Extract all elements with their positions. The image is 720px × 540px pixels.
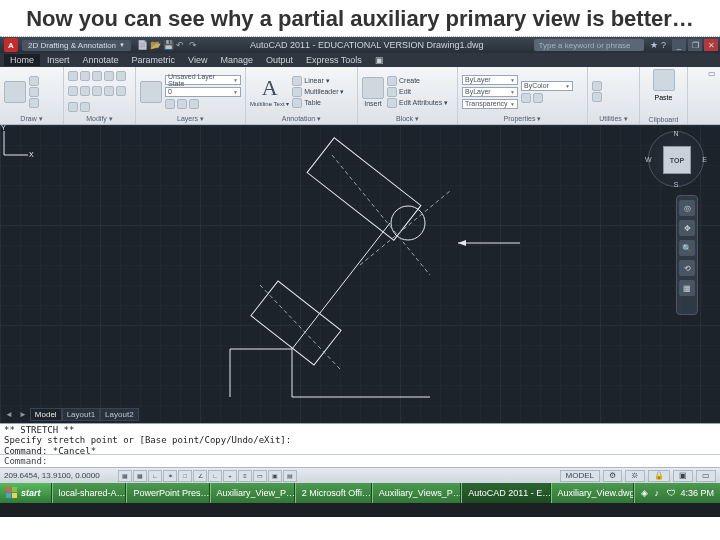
tray-shield-icon[interactable]: 🛡 [667,488,677,498]
open-icon[interactable]: 📂 [150,40,160,50]
tray-volume-icon[interactable]: ♪ [654,488,664,498]
tab-home[interactable]: Home [4,54,40,66]
showmotion-icon[interactable]: ▦ [679,280,695,296]
lwt-toggle[interactable]: ≡ [238,470,252,482]
zoom-extents-icon[interactable]: 🔍 [679,240,695,256]
undo-icon[interactable]: ↶ [176,40,186,50]
tab-layout2[interactable]: Layout2 [100,408,138,421]
coordinates-readout[interactable]: 209.6454, 13.9100, 0.0000 [4,471,114,480]
stretch-icon[interactable] [92,71,102,81]
edit-attributes-button[interactable]: Edit Attributes ▾ [387,98,448,108]
drawing-canvas[interactable]: TOP N S E W ◎ ✥ 🔍 ⟲ ▦ Y X ◄ [0,125,720,423]
edit-block-button[interactable]: Edit [387,87,448,97]
taskbar-task[interactable]: PowerPoint Pres… [126,483,209,503]
dyn-toggle[interactable]: + [223,470,237,482]
tab-manage[interactable]: Manage [214,54,259,66]
tab-next-button[interactable]: ► [16,409,30,420]
tpy-toggle[interactable]: ▭ [253,470,267,482]
layer-properties-icon[interactable] [140,81,162,103]
new-icon[interactable]: 📄 [137,40,147,50]
list-icon[interactable] [521,93,531,103]
arc-tool-icon[interactable] [29,76,39,86]
array-icon[interactable] [116,86,126,96]
taskbar-task[interactable]: AutoCAD 2011 - E… [461,483,550,503]
annotation-scale-button[interactable]: ⚙ [603,470,622,482]
taskbar-task[interactable]: Auxiliary_Views_P… [372,483,461,503]
qp-toggle[interactable]: ▣ [268,470,282,482]
layer-state-combo[interactable]: Unsaved Layer State▼ [165,75,241,85]
linear-dim-button[interactable]: Linear ▾ [292,76,344,86]
tab-insert[interactable]: Insert [41,54,76,66]
pan-icon[interactable]: ✥ [679,220,695,236]
multileader-button[interactable]: Multileader ▾ [292,87,344,97]
select-all-icon[interactable] [592,92,602,102]
toolbar-lock-button[interactable]: 🔒 [648,470,670,482]
tab-prev-button[interactable]: ◄ [2,409,16,420]
circle-tool-icon[interactable] [29,87,39,97]
match-props-icon[interactable] [533,93,543,103]
otrack-toggle[interactable]: ∠ [193,470,207,482]
full-nav-wheel-icon[interactable]: ◎ [679,200,695,216]
taskbar-clock[interactable]: 4:36 PM [680,488,714,498]
model-space-button[interactable]: MODEL [560,470,600,482]
maximize-button[interactable]: ❐ [688,39,702,51]
explode-icon[interactable] [80,102,90,112]
app-logo[interactable]: A [4,38,18,52]
rectangle-tool-icon[interactable] [29,98,39,108]
command-line[interactable]: Command: [0,454,720,467]
lineweight-combo[interactable]: ByColor▼ [521,81,573,91]
layer-freeze-icon[interactable] [165,99,175,109]
ribbon-minimize-button[interactable]: ▭ [704,67,720,124]
copy-icon[interactable] [80,71,90,81]
workspace-button[interactable]: ⛭ [625,470,645,482]
command-input[interactable] [49,456,716,466]
tab-extra[interactable]: ▣ [369,54,390,66]
ortho-toggle[interactable]: ∟ [148,470,162,482]
table-button[interactable]: Table [292,98,344,108]
tab-output[interactable]: Output [260,54,299,66]
command-history[interactable]: ** STRETCH ** Specify stretch point or [… [0,424,720,454]
redo-icon[interactable]: ↷ [189,40,199,50]
layer-color-icon[interactable] [189,99,199,109]
text-tool-icon[interactable]: A [262,77,278,99]
viewcube-face[interactable]: TOP [663,146,691,174]
fillet-icon[interactable] [68,102,78,112]
layer-lock-icon[interactable] [177,99,187,109]
tab-parametric[interactable]: Parametric [126,54,182,66]
tab-express-tools[interactable]: Express Tools [300,54,368,66]
linetype-combo[interactable]: ByLayer▼ [462,87,518,97]
search-input[interactable]: Type a keyword or phrase [534,39,644,51]
transparency-combo[interactable]: Transparency▼ [462,99,518,109]
tab-model[interactable]: Model [30,408,62,421]
tray-network-icon[interactable]: ◈ [641,488,651,498]
layer-combo[interactable]: 0▼ [165,87,241,97]
move-icon[interactable] [68,71,78,81]
clean-screen-button[interactable]: ▭ [696,470,716,482]
erase-icon[interactable] [92,86,102,96]
ducs-toggle[interactable]: ∟ [208,470,222,482]
taskbar-task[interactable]: Auxiliary_View_P… [210,483,295,503]
offset-icon[interactable] [104,86,114,96]
minimize-button[interactable]: _ [672,39,686,51]
tab-annotate[interactable]: Annotate [77,54,125,66]
snap-toggle[interactable]: ▦ [118,470,132,482]
create-block-button[interactable]: Create [387,76,448,86]
scale-icon[interactable] [68,86,78,96]
osnap-toggle[interactable]: □ [178,470,192,482]
sc-toggle[interactable]: ▤ [283,470,297,482]
tab-layout1[interactable]: Layout1 [62,408,100,421]
viewcube[interactable]: TOP N S E W [648,131,704,187]
close-button[interactable]: ✕ [704,39,718,51]
save-icon[interactable]: 💾 [163,40,173,50]
color-combo[interactable]: ByLayer▼ [462,75,518,85]
insert-block-icon[interactable] [362,77,384,99]
taskbar-task[interactable]: 2 Microsoft Offi… [295,483,372,503]
orbit-icon[interactable]: ⟲ [679,260,695,276]
measure-icon[interactable] [592,81,602,91]
help-icon[interactable]: ★ ? [650,40,666,50]
hardware-accel-button[interactable]: ▣ [673,470,693,482]
system-tray[interactable]: ◈ ♪ 🛡 4:36 PM [634,483,720,503]
trim-icon[interactable] [80,86,90,96]
workspace-switcher[interactable]: 2D Drafting & Annotation ▼ [22,40,131,51]
tab-view[interactable]: View [182,54,213,66]
